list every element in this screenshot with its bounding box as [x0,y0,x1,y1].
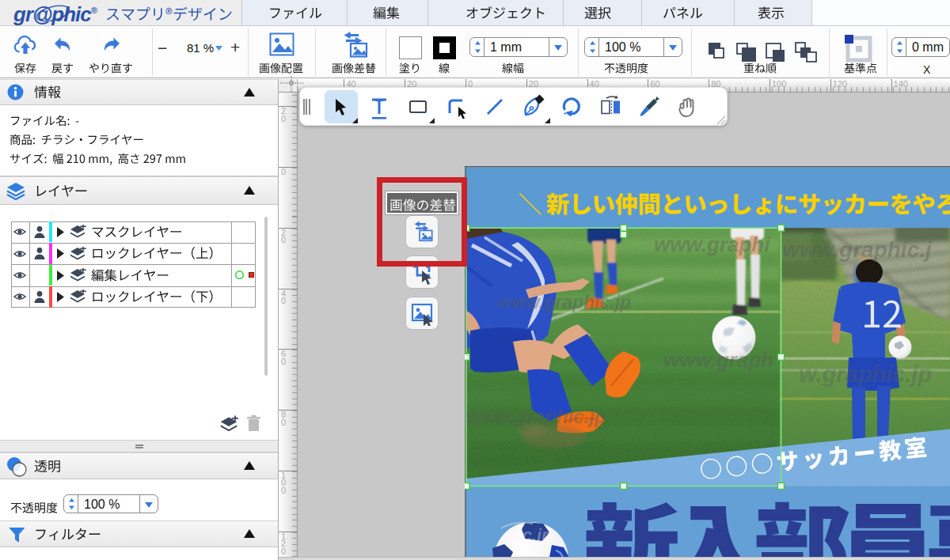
svg-text:www.graphic.j: www.graphic.j [782,237,933,262]
svg-text:www.graphic.jp: www.graphic.jp [497,292,631,312]
svg-text:w.graphic.jp: w.graphic.jp [799,361,932,387]
svg-text:www.graphi: www.graphi [654,233,770,256]
svg-text:www.graphic.jp: www.graphic.jp [466,406,606,427]
svg-text:hic.jp: hic.jp [507,525,552,545]
svg-text:www.graph: www.graph [663,348,773,372]
